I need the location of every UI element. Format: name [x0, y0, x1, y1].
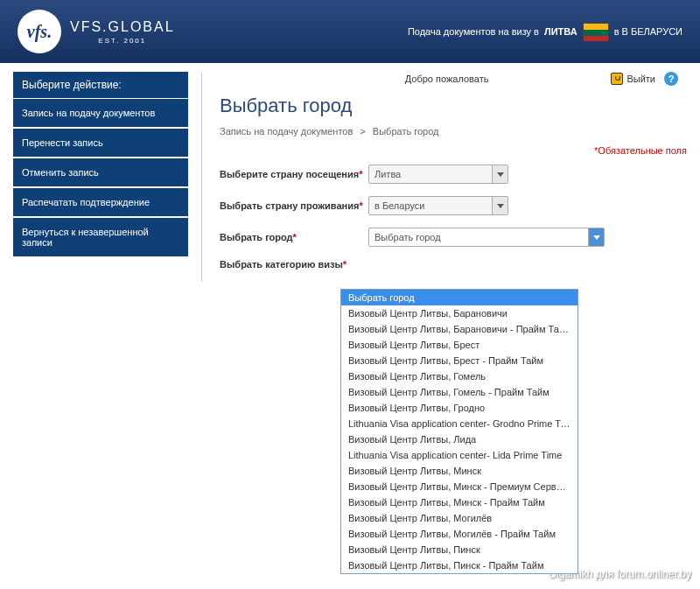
select-city[interactable]: Выбрать город: [368, 228, 605, 247]
chevron-down-icon: [492, 197, 508, 214]
chevron-down-icon: [492, 165, 508, 183]
lithuania-flag-icon: [583, 23, 609, 40]
breadcrumb-item[interactable]: Запись на подачу документов: [220, 126, 353, 137]
app-header: vfs. VFS.GLOBAL EST. 2001 Подача докумен…: [0, 0, 700, 63]
city-option[interactable]: Выбрать город: [341, 290, 578, 291]
topbar: Добро пожаловать Выйти ?: [220, 72, 687, 86]
select-value: в Беларуси: [374, 200, 424, 211]
power-icon: [611, 73, 623, 85]
select-country-reside[interactable]: в Беларуси: [368, 196, 508, 215]
city-dropdown-panel[interactable]: Выбрать городВизовый Центр Литвы, Барано…: [340, 289, 578, 291]
brand-name: VFS.GLOBAL: [70, 19, 175, 35]
sidebar-item-resume[interactable]: Вернуться к незавершенной записи: [13, 218, 188, 258]
help-icon[interactable]: ?: [664, 72, 678, 86]
logo-abbrev: vfs.: [27, 22, 52, 42]
context-prefix: Подача документов на визу в: [408, 26, 539, 37]
welcome-text: Добро пожаловать: [405, 74, 489, 84]
label-city: Выбрать город*: [220, 232, 368, 242]
logo-icon: vfs.: [18, 10, 61, 53]
label-country-reside: Выбрать страну проживания*: [220, 200, 368, 211]
select-value: Выбрать город: [374, 232, 441, 242]
breadcrumb: Запись на подачу документов > Выбрать го…: [220, 126, 687, 137]
sidebar-item-cancel[interactable]: Отменить запись: [13, 158, 188, 188]
label-visa-category: Выбрать категорию визы*: [220, 259, 368, 270]
breadcrumb-item-current: Выбрать город: [373, 126, 439, 137]
chevron-down-icon: [588, 228, 604, 246]
logout-link[interactable]: Выйти: [611, 73, 655, 85]
select-country-visit[interactable]: Литва: [368, 165, 508, 184]
sidebar: Выберите действие: Запись на подачу доку…: [13, 72, 188, 282]
label-country-visit: Выберите страну посещения*: [220, 169, 368, 179]
brand-block: VFS.GLOBAL EST. 2001: [70, 19, 175, 45]
sidebar-item-print[interactable]: Распечатать подтверждение: [13, 188, 188, 218]
select-value: Литва: [374, 169, 401, 179]
sidebar-item-reschedule[interactable]: Перенести запись: [13, 129, 188, 158]
context-suffix: в В БЕЛАРУСИ: [614, 26, 682, 37]
breadcrumb-separator: >: [360, 126, 365, 137]
sidebar-item-schedule[interactable]: Запись на подачу документов: [13, 99, 188, 129]
header-context: Подача документов на визу в ЛИТВА в В БЕ…: [408, 23, 682, 40]
brand-est: EST. 2001: [70, 37, 175, 45]
context-country: ЛИТВА: [544, 26, 578, 37]
logout-label: Выйти: [626, 74, 655, 84]
mandatory-fields-note: Обязательные поля: [220, 145, 687, 156]
sidebar-title: Выберите действие:: [13, 72, 188, 99]
main-content: Добро пожаловать Выйти ? Выбрать город З…: [201, 72, 687, 282]
page-title: Выбрать город: [220, 95, 687, 117]
